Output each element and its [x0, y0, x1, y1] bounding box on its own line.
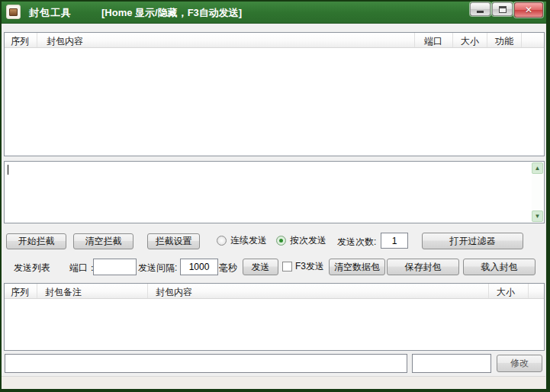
package-icon [9, 8, 18, 16]
capture-col-content[interactable]: 封包内容 [37, 33, 415, 47]
port-input[interactable] [93, 259, 137, 275]
modify-button[interactable]: 修改 [497, 355, 542, 372]
send-col-remark[interactable]: 封包备注 [37, 284, 148, 298]
scroll-down-button[interactable]: ▼ [532, 210, 543, 222]
send-table: 序列 封包备注 封包内容 大小 [4, 283, 545, 351]
capture-table-body[interactable] [5, 48, 544, 156]
capture-table: 序列 封包内容 端口 大小 功能 [4, 32, 545, 156]
send-col-content[interactable]: 封包内容 [148, 284, 489, 298]
capture-col-filler [522, 33, 544, 47]
app-icon [6, 5, 21, 19]
start-capture-button[interactable]: 开始拦截 [6, 233, 66, 249]
window-title: 封包工具 [29, 6, 72, 20]
send-col-filler [529, 284, 544, 298]
app-window: 封包工具 [Home 显示/隐藏，F3自动发送] ✕ 序列 封包内容 端口 大小… [0, 0, 550, 392]
packet-edit-area[interactable]: ▲ ▼ [4, 161, 545, 223]
clear-capture-button[interactable]: 清空拦截 [73, 233, 133, 249]
capture-col-sequence[interactable]: 序列 [5, 33, 37, 47]
packet-content-input[interactable] [5, 354, 407, 373]
titlebar[interactable]: 封包工具 [Home 显示/隐藏，F3自动发送] ✕ [0, 0, 550, 24]
send-count-input[interactable] [381, 233, 408, 249]
scroll-down-icon: ▼ [535, 213, 541, 220]
send-col-size[interactable]: 大小 [489, 284, 529, 298]
close-icon: ✕ [525, 5, 532, 15]
capture-col-function[interactable]: 功能 [487, 33, 522, 47]
radio-continuous-send[interactable]: 连续发送 [217, 234, 267, 247]
send-interval-label: 发送间隔: [138, 262, 177, 275]
capture-col-port[interactable]: 端口 [415, 33, 453, 47]
send-table-header: 序列 封包备注 封包内容 大小 [5, 284, 544, 299]
minimize-icon [477, 11, 484, 13]
scroll-track[interactable] [532, 174, 543, 210]
save-packet-button[interactable]: 保存封包 [387, 259, 459, 275]
send-col-sequence[interactable]: 序列 [5, 284, 37, 298]
text-caret [8, 165, 8, 175]
send-table-body[interactable] [5, 299, 544, 350]
open-filter-button[interactable]: 打开过滤器 [422, 233, 523, 249]
load-packet-button[interactable]: 载入封包 [463, 259, 536, 275]
packet-note-input[interactable] [412, 354, 491, 373]
scroll-up-button[interactable]: ▲ [532, 162, 543, 174]
f3-checkbox-box [282, 262, 292, 272]
radio-by-count-label: 按次发送 [290, 234, 326, 247]
radio-continuous-circle [217, 236, 227, 246]
edit-scrollbar: ▲ ▼ [532, 162, 543, 222]
maximize-icon [499, 6, 507, 13]
capture-col-size[interactable]: 大小 [453, 33, 487, 47]
capture-table-header: 序列 封包内容 端口 大小 功能 [5, 33, 544, 48]
frame-highlight [545, 24, 546, 389]
capture-settings-button[interactable]: 拦截设置 [147, 233, 200, 249]
send-button[interactable]: 发送 [243, 259, 278, 275]
send-interval-input[interactable] [180, 259, 218, 275]
close-button[interactable]: ✕ [514, 2, 543, 18]
radio-by-count-circle-selected [276, 236, 286, 246]
maximize-button[interactable] [492, 2, 513, 16]
clear-packets-button[interactable]: 清空数据包 [329, 259, 385, 275]
radio-continuous-label: 连续发送 [230, 234, 267, 247]
send-count-label: 发送次数: [337, 236, 376, 249]
scroll-up-icon: ▲ [535, 165, 541, 172]
status-bar [0, 376, 550, 390]
window-subtitle: [Home 显示/隐藏，F3自动发送] [101, 6, 242, 20]
milliseconds-label: 毫秒 [219, 262, 237, 275]
radio-send-by-count[interactable]: 按次发送 [276, 234, 326, 247]
send-list-label: 发送列表 [14, 262, 50, 275]
minimize-button[interactable] [470, 2, 490, 16]
f3-send-checkbox[interactable]: F3发送 [282, 260, 324, 273]
f3-checkbox-label: F3发送 [295, 260, 324, 273]
